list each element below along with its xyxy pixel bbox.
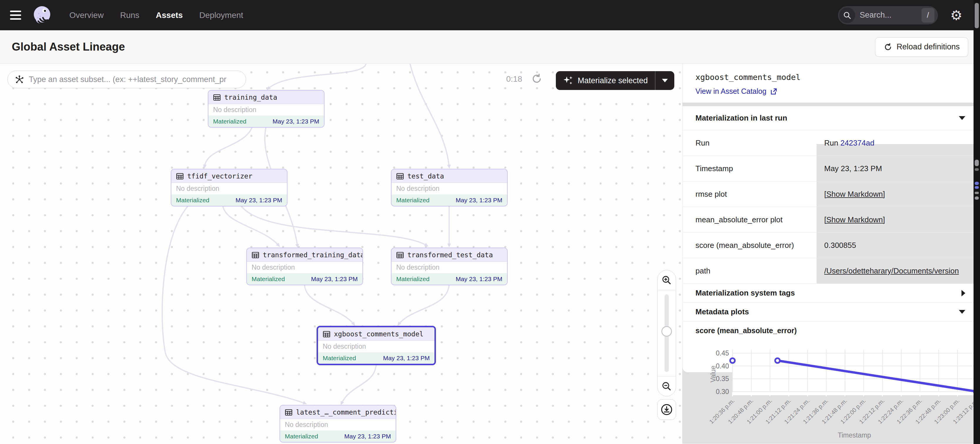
reload-icon [884,43,892,51]
global-search-input[interactable]: Search... / [838,6,938,24]
metadata-value-link[interactable]: /Users/odetteharary/Documents/version [824,266,959,275]
download-graph-button[interactable] [657,399,676,420]
page-header: Global Asset Lineage Reload definitions [0,30,980,64]
asset-node-header: transformed_training_data [247,248,363,262]
catalog-link-label: View in Asset Catalog [695,87,766,95]
asset-node-transformed_training_data[interactable]: transformed_training_data No description… [246,248,363,285]
metadata-label: Timestamp [682,156,816,181]
search-icon [839,7,855,23]
metadata-value-cell: [Show Markdown] [816,207,980,232]
asset-node-header: xgboost_comments_model [318,327,434,341]
window-edge-strip [974,0,980,444]
asset-node-transformed_test_data[interactable]: transformed_test_data No description Mat… [391,248,508,285]
asset-node-description: No description [208,104,324,116]
table-icon [213,94,221,101]
zoom-in-button[interactable] [657,270,676,290]
run-id-link[interactable]: 242374ad [840,138,875,147]
metadata-label: Run [682,130,816,156]
lineage-edge [241,206,427,245]
asset-node-latest_comment_predictions[interactable]: latest_…_comment_predictions No descript… [280,405,396,442]
metadata-value-cell: 0.300855 [816,232,980,258]
section-materialization-in-last-run[interactable]: Materialization in last run [682,106,980,130]
asset-details-header: xgboost_comments_model View in Asset Cat… [682,64,980,103]
nav-item-deployment[interactable]: Deployment [199,11,243,20]
main-nav: OverviewRunsAssetsDeployment [69,11,243,20]
view-in-asset-catalog-link[interactable]: View in Asset Catalog [695,87,778,95]
metadata-label: score (mean_absolute_error) [682,232,816,258]
collapse-caret-icon [959,116,965,120]
metadata-row-timestamp: Timestamp May 23, 1:23 PM [682,156,980,181]
score-chart: 0.450.400.350.301:20:36 p.m.1:20:48 p.m.… [682,340,980,444]
lineage-edge [410,64,449,167]
reload-definitions-button[interactable]: Reload definitions [875,37,968,57]
svg-text:Value: Value [709,366,717,382]
svg-text:Timestamp: Timestamp [838,431,871,439]
lineage-edge [399,285,449,324]
asset-node-tfidf_vectorizer[interactable]: tfidf_vectorizer No description Material… [171,169,288,207]
dagster-app: OverviewRunsAssetsDeployment Search... /… [0,0,980,444]
metadata-value-link[interactable]: [Show Markdown] [824,215,885,224]
materialized-timestamp: May 23, 1:23 PM [311,275,358,283]
materialized-status: Materialized [396,275,430,283]
asset-node-footer: Materialized May 23, 1:23 PM [391,274,507,285]
asset-node-footer: Materialized May 23, 1:23 PM [391,195,507,206]
zoom-slider[interactable] [657,290,676,376]
external-link-icon [770,88,778,95]
metadata-row-score-mean-absolute-error-: score (mean_absolute_error) 0.300855 [682,232,980,258]
section-materialization-system-tags[interactable]: Materialization system tags [682,284,980,302]
asset-node-footer: Materialized May 23, 1:23 PM [208,116,324,127]
section-label: Materialization in last run [695,113,787,123]
score-line-chart: 0.450.400.350.301:20:36 p.m.1:20:48 p.m.… [682,340,980,444]
section-metadata-plots[interactable]: Metadata plots [682,302,980,321]
asset-node-description: No description [247,262,363,274]
top-nav: OverviewRunsAssetsDeployment Search... /… [0,0,980,30]
metadata-value-link[interactable]: [Show Markdown] [824,189,885,199]
metadata-row-mean-absolute-error-plot: mean_absolute_error plot [Show Markdown] [682,207,980,232]
materialized-status: Materialized [323,355,356,362]
nav-item-assets[interactable]: Assets [156,11,183,20]
search-shortcut-badge: / [921,8,934,23]
metadata-value-cell: /Users/odetteharary/Documents/version [816,258,980,283]
table-icon [396,251,404,259]
materialize-selected-button[interactable]: Materialize selected [556,75,655,86]
expand-caret-icon [961,290,965,296]
asset-node-header: transformed_test_data [391,248,507,262]
asset-name: xgboost_comments_model [695,73,980,82]
metadata-value-cell: May 23, 1:23 PM [816,156,980,181]
chart-title: score (mean_absolute_error) [682,321,980,340]
asset-node-footer: Materialized May 23, 1:23 PM [247,274,363,285]
asset-node-test_data[interactable]: test_data No description Materialized Ma… [391,169,508,207]
hamburger-menu-icon[interactable] [10,11,24,20]
asset-node-xgboost_comments_model[interactable]: xgboost_comments_model No description Ma… [317,326,436,365]
materialized-timestamp: May 23, 1:23 PM [456,275,502,283]
metadata-value: 0.300855 [824,241,856,250]
materialize-options-button[interactable] [655,79,674,82]
lineage-edge [162,206,305,403]
asset-node-name: latest_…_comment_predictions [296,408,396,416]
asset-node-header: tfidf_vectorizer [171,169,287,183]
table-icon [176,172,184,180]
svg-text:0.45: 0.45 [716,349,729,357]
asset-node-name: transformed_test_data [407,251,493,259]
asset-subset-input[interactable]: Type an asset subset... (ex: ++latest_st… [7,70,246,88]
asset-node-training_data[interactable]: training_data No description Materialize… [208,90,325,127]
materialized-timestamp: May 23, 1:23 PM [272,118,319,125]
run-value: Run 242374ad [824,138,875,148]
asset-node-header: training_data [208,91,324,104]
dagster-logo-icon[interactable] [31,5,52,26]
nav-item-overview[interactable]: Overview [69,11,104,20]
lineage-edge [342,364,376,403]
settings-gear-icon[interactable]: ⚙ [950,8,963,22]
asset-node-description: No description [171,183,287,195]
graph-refresh-icon[interactable] [531,73,543,85]
materialized-timestamp: May 23, 1:23 PM [383,355,430,362]
caret-down-icon [662,79,668,82]
section-label: Metadata plots [695,307,749,317]
asset-lineage-graph[interactable]: Type an asset subset... (ex: ++latest_st… [0,64,682,444]
materialized-timestamp: May 23, 1:23 PM [344,433,391,440]
zoom-slider-handle[interactable] [661,326,672,337]
zoom-out-button[interactable] [657,376,676,396]
panel-divider [682,103,980,106]
nav-item-runs[interactable]: Runs [120,11,139,20]
lineage-edge [268,64,366,89]
